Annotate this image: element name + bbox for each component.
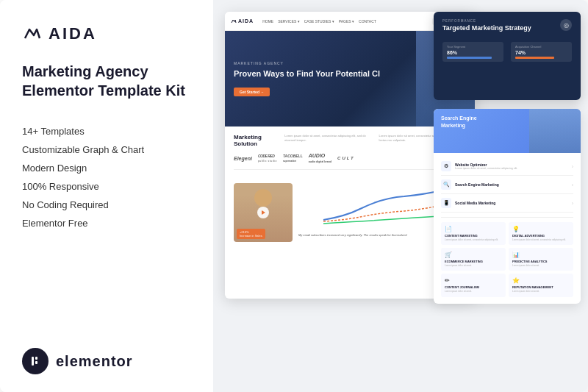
grid-title-5: CONTENT JOURNALISM xyxy=(445,285,502,289)
grid-card-3: 🛒 ECOMMERCE MARKETING Lorem ipsum dolor … xyxy=(441,248,506,271)
grid-title-3: ECOMMERCE MARKETING xyxy=(445,260,502,263)
service-name-3: Social Media Marketing xyxy=(455,201,495,205)
grid-icon-4: 📊 xyxy=(512,252,570,258)
features-list: 14+ Templates Customizable Graph & Chart… xyxy=(22,122,191,232)
tms-stat1-value: 86% xyxy=(447,50,499,55)
services-header: Search EngineMarketing xyxy=(434,109,581,153)
play-button[interactable] xyxy=(257,207,269,218)
left-panel: AIDA Marketing Agency Elementor Template… xyxy=(0,0,213,392)
tms-label: PERFORMANCE xyxy=(442,19,572,23)
grid-card-1: 📄 CONTENT MARKETING Lorem ipsum dolor si… xyxy=(441,222,506,245)
main-container: AIDA Marketing Agency Elementor Template… xyxy=(0,0,588,392)
hero-content: MARKETING AGENCY Proven Ways to Find You… xyxy=(234,61,380,96)
video-stat: +216% Increase in Sales xyxy=(237,229,265,239)
brand-logo-codered: CODE REDpublic studio xyxy=(258,154,277,163)
tms-header: ◎ PERFORMANCE Targeted Marketing Strateg… xyxy=(434,12,581,42)
preview-services-card: Search EngineMarketing ⚙ Website Optimiz… xyxy=(434,109,581,304)
preview-nav-logo: AIDA xyxy=(231,18,254,24)
grid-icon-3: 🛒 xyxy=(445,252,502,258)
hero-cta-button[interactable]: Get Started → xyxy=(234,88,270,96)
aida-logo-icon xyxy=(22,24,43,44)
right-panel: AIDA HOME SERVICES ▾ CASE STUDIES ▾ PAGE… xyxy=(213,0,588,392)
grid-text-3: Lorem ipsum dolor sit amet. xyxy=(445,264,502,267)
grid-card-2: 💡 DIGITAL ADVERTISING Lorem ipsum dolor … xyxy=(509,222,573,245)
service-arrow-2: › xyxy=(572,182,573,188)
tms-stat2-label: Acquisition Channel xyxy=(515,45,567,49)
svg-rect-0 xyxy=(32,357,34,366)
tms-stat-2: Acquisition Channel 74% xyxy=(511,42,572,62)
service-item-1: ⚙ Website Optimizer Lorem ipsum dolor si… xyxy=(441,157,573,176)
svg-rect-2 xyxy=(35,361,37,364)
feature-item: No Coding Required xyxy=(22,196,191,214)
service-icon-social: 📱 xyxy=(441,198,451,208)
service-item-2: 🔍 Search Engine Marketing › xyxy=(441,176,573,194)
service-arrow-3: › xyxy=(572,201,573,206)
marketing-text: Lorem ipsum dolor sit amet, consectetur … xyxy=(284,134,371,143)
service-desc-1: Lorem ipsum dolor sit amet, consectetur … xyxy=(455,167,517,170)
brand-logo-tacobell: TACOBELLsupermarket xyxy=(283,154,303,163)
brand-logos: Elegeni CODE REDpublic studio TACOBELLsu… xyxy=(234,150,466,170)
service-item-3: 📱 Social Media Marketing › xyxy=(441,194,573,213)
marketing-title: Marketing Solution xyxy=(234,134,277,147)
grid-title-2: DIGITAL ADVERTISING xyxy=(512,234,570,238)
hero-title: Proven Ways to Find Your Potential Cl xyxy=(234,68,380,79)
tagline-title: Marketing Agency Elementor Template Kit xyxy=(22,62,191,100)
tms-bar-1 xyxy=(447,57,492,59)
feature-item: 14+ Templates xyxy=(22,122,191,140)
grid-icon-2: 💡 xyxy=(512,226,570,232)
grid-icon-5: ✏ xyxy=(445,277,502,284)
tms-bar-2 xyxy=(515,57,554,59)
grid-icon-6: ⭐ xyxy=(512,277,570,284)
grid-text-1: Lorem ipsum dolor sit amet, consectetur … xyxy=(445,238,502,241)
grid-icon-1: 📄 xyxy=(445,226,502,232)
service-icon-website: ⚙ xyxy=(441,161,451,171)
brand-name: AIDA xyxy=(49,24,97,43)
feature-item: Modern Design xyxy=(22,159,191,177)
tms-stats: Your Segment 86% Acquisition Channel 74% xyxy=(434,42,581,62)
grid-text-6: Lorem ipsum dolor sit amet. xyxy=(512,290,570,293)
grid-title-1: CONTENT MARKETING xyxy=(445,234,502,238)
services-panel-title: Search EngineMarketing xyxy=(441,115,573,129)
elementor-icon xyxy=(22,348,49,374)
service-name-2: Search Engine Marketing xyxy=(455,182,499,187)
feature-item: Customizable Graph & Chart xyxy=(22,140,191,159)
elementor-label: elementor xyxy=(56,353,133,370)
brand-logo-audio: AUDIOaudio digital brand xyxy=(309,153,331,163)
feature-item: Elementor Free xyxy=(22,214,191,232)
grid-text-2: Lorem ipsum dolor sit amet, consectetur … xyxy=(512,238,570,241)
tms-stat-1: Your Segment 86% xyxy=(442,42,503,62)
tms-title: Targeted Marketing Strategy xyxy=(442,24,572,33)
grid-title-4: PREDICTIVE ANALYTICS xyxy=(512,260,570,263)
services-list: ⚙ Website Optimizer Lorem ipsum dolor si… xyxy=(434,153,581,217)
brand-logo-elegeni: Elegeni xyxy=(234,156,252,161)
tms-stat2-value: 74% xyxy=(515,50,567,55)
tagline: Marketing Agency Elementor Template Kit xyxy=(22,62,191,100)
tms-stat1-label: Your Segment xyxy=(447,45,499,49)
preview-top-right-card: ◎ PERFORMANCE Targeted Marketing Strateg… xyxy=(434,12,581,100)
service-icon-search: 🔍 xyxy=(441,179,451,190)
elementor-badge: elementor xyxy=(22,348,191,374)
grid-title-6: REPUTATION MANAGEMENT xyxy=(512,285,570,289)
preview-person-photo: +216% Increase in Sales xyxy=(234,183,293,242)
grid-card-6: ⭐ REPUTATION MANAGEMENT Lorem ipsum dolo… xyxy=(509,274,573,296)
services-grid: 📄 CONTENT MARKETING Lorem ipsum dolor si… xyxy=(434,218,581,302)
grid-card-5: ✏ CONTENT JOURNALISM Lorem ipsum dolor s… xyxy=(441,274,506,296)
grid-text-5: Lorem ipsum dolor sit amet. xyxy=(445,290,502,293)
feature-item: 100% Responsive xyxy=(22,177,191,196)
grid-card-4: 📊 PREDICTIVE ANALYTICS Lorem ipsum dolor… xyxy=(509,248,573,271)
hero-agency-label: MARKETING AGENCY xyxy=(234,61,380,65)
grid-text-4: Lorem ipsum dolor sit amet. xyxy=(512,264,570,267)
logo-area: AIDA xyxy=(22,24,191,44)
tms-icon: ◎ xyxy=(560,19,572,31)
preview-nav-links: HOME SERVICES ▾ CASE STUDIES ▾ PAGES ▾ C… xyxy=(262,19,376,24)
brand-logo-cult: CULT xyxy=(337,156,355,160)
service-arrow-1: › xyxy=(572,164,573,169)
svg-rect-1 xyxy=(35,357,37,360)
